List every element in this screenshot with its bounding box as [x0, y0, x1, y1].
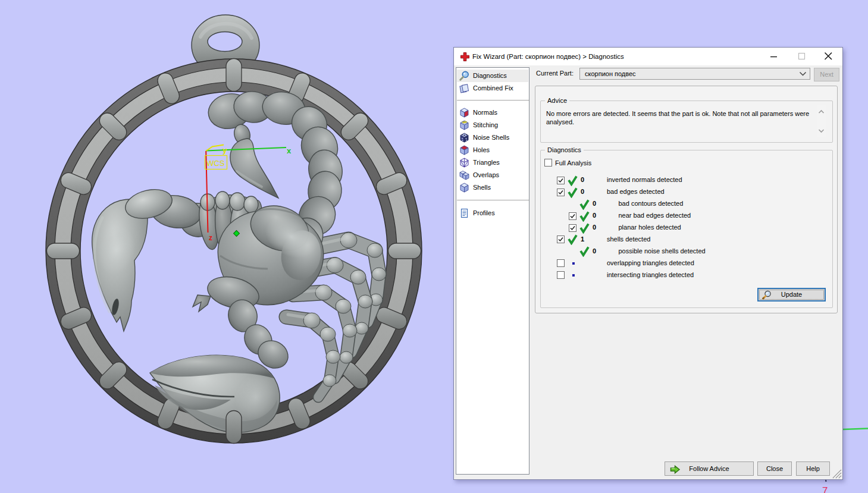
- svg-text:x: x: [287, 146, 292, 155]
- svg-text:y: y: [223, 146, 227, 155]
- svg-text:WCS: WCS: [206, 159, 225, 168]
- svg-text:7: 7: [822, 485, 828, 493]
- svg-text:z: z: [209, 234, 212, 242]
